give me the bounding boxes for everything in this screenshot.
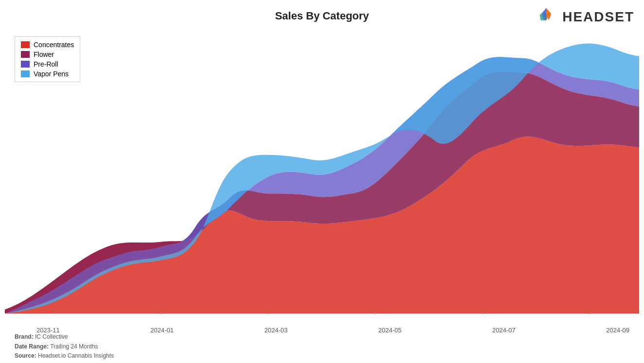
source-label: Source: — [15, 352, 36, 359]
headset-logo-icon — [534, 5, 558, 29]
legend-label-flower: Flower — [34, 51, 54, 58]
x-label-1: 2024-01 — [150, 327, 174, 334]
date-range-value: Trailing 24 Months — [50, 343, 98, 350]
footer-source: Source: Headset.io Cannabis Insights — [15, 351, 114, 361]
legend-label-preroll: Pre-Roll — [34, 60, 58, 68]
legend-label-concentrates: Concentrates — [34, 41, 74, 49]
footer-date-range: Date Range: Trailing 24 Months — [15, 342, 114, 351]
date-range-label: Date Range: — [15, 343, 49, 350]
footer-info: Brand: IC Collective Date Range: Trailin… — [15, 332, 114, 361]
legend-color-concentrates — [21, 41, 30, 48]
legend-item-flower: Flower — [21, 51, 74, 58]
legend-color-vapor-pens — [21, 70, 30, 77]
x-label-3: 2024-05 — [378, 327, 402, 334]
legend-label-vapor-pens: Vapor Pens — [34, 70, 69, 78]
legend-item-vapor-pens: Vapor Pens — [21, 70, 74, 78]
area-chart-svg — [5, 34, 639, 314]
logo-text: HEADSET — [562, 9, 634, 25]
brand-value: IC Collective — [35, 333, 68, 340]
x-label-2: 2024-03 — [265, 327, 288, 334]
x-label-5: 2024-09 — [606, 327, 629, 334]
legend-item-concentrates: Concentrates — [21, 41, 74, 49]
logo-area: HEADSET — [534, 5, 634, 29]
chart-legend: Concentrates Flower Pre-Roll Vapor Pens — [15, 36, 80, 82]
source-value: Headset.io Cannabis Insights — [38, 352, 114, 359]
x-label-4: 2024-07 — [492, 327, 516, 334]
legend-item-preroll: Pre-Roll — [21, 60, 74, 68]
brand-label: Brand: — [15, 333, 34, 340]
legend-color-flower — [21, 51, 30, 58]
legend-color-preroll — [21, 61, 30, 68]
footer-brand: Brand: IC Collective — [15, 332, 114, 342]
chart-container: Sales By Category HEADSET Concentrates F… — [0, 0, 644, 363]
